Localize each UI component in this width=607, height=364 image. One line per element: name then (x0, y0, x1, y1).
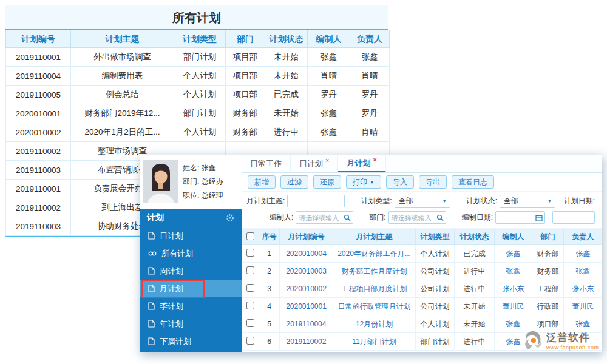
owner-cell[interactable]: 张鑫 (564, 245, 603, 263)
toolbar-button[interactable]: 过滤 (280, 175, 308, 189)
compiler-search-box (296, 211, 353, 224)
column-header: 计划主题 (71, 30, 174, 48)
status-cell: 进行中 (455, 333, 495, 351)
row-checkbox[interactable] (246, 266, 254, 274)
compiler-cell[interactable]: 张鑫 (495, 263, 532, 280)
tab-close-icon[interactable]: × (373, 156, 376, 163)
owner-cell[interactable]: 张鑫 (564, 263, 603, 280)
compiler-cell[interactable]: 张小东 (495, 280, 532, 298)
sidebar-item[interactable]: 所有计划 (140, 244, 242, 262)
subject-cell[interactable]: 工程项目部月度计划 (333, 280, 416, 298)
subject-input[interactable] (287, 195, 345, 207)
file-icon (148, 285, 155, 292)
sidebar-item[interactable]: 下属计划 (140, 332, 242, 350)
subject-cell[interactable]: 日常的行政管理月计划 (333, 298, 416, 315)
file-icon (148, 267, 155, 275)
table-cell: 未开始 (265, 48, 308, 67)
table-row: 42020010001日常的行政管理月计划公司计划未开始董川民行政部董川民 (242, 298, 603, 315)
status-select[interactable]: 全部 ▼ (500, 195, 555, 208)
sidebar-item[interactable]: 周计划 (140, 262, 242, 280)
table-cell: 部门计划 (174, 48, 226, 67)
user-profile: 姓名: 张鑫 部门: 总经办 职位: 总经理 (140, 155, 242, 209)
status-cell: 已完成 (455, 245, 495, 263)
sidebar-item-label: 日计划 (160, 231, 183, 241)
search-icon (344, 214, 351, 221)
table-cell: 张鑫 (350, 48, 390, 67)
table-cell: 2019110003 (6, 217, 71, 236)
row-checkbox[interactable] (246, 302, 254, 309)
subject-cell[interactable]: 2020年财务部工作月... (333, 245, 416, 263)
dept-cell: 工程部 (532, 280, 564, 298)
row-checkbox[interactable] (246, 249, 254, 257)
subject-cell[interactable]: 财务部工作月度计划 (333, 263, 416, 280)
table-cell: 张鑫 (308, 48, 350, 67)
type-select[interactable]: 全部 ▼ (395, 195, 450, 208)
column-header: 计划状态 (265, 30, 308, 48)
select-all-checkbox[interactable] (246, 232, 254, 240)
code-cell[interactable]: 2019110004 (280, 315, 333, 333)
column-header: 编制人 (308, 30, 350, 48)
sidebar-item-label: 所有计划 (161, 248, 193, 259)
toolbar-button[interactable]: 导出 (419, 175, 447, 189)
toolbar-button[interactable]: 导入 (386, 175, 414, 189)
chevron-down-icon: ▼ (544, 198, 555, 204)
table-cell: 2019110004 (6, 67, 71, 86)
status-filter-label: 计划状态: (466, 196, 497, 206)
tab[interactable]: 日常工作 (242, 155, 291, 172)
code-cell[interactable]: 2019110002 (280, 333, 333, 351)
column-header: 序号 (259, 229, 280, 245)
sidebar-item-label: 下属计划 (160, 336, 191, 347)
toolbar-button[interactable]: 查看日志 (452, 175, 494, 189)
no-cell: 5 (259, 315, 280, 333)
toolbar-button[interactable]: 新增 (248, 175, 276, 189)
code-cell[interactable]: 2020010003 (280, 263, 333, 280)
code-cell[interactable]: 2020010004 (280, 245, 333, 263)
no-cell: 1 (259, 245, 280, 263)
type-cell: 个人计划 (416, 315, 455, 333)
sidebar-item[interactable]: 年计划 (140, 315, 242, 332)
type-cell: 公司计划 (416, 298, 455, 315)
row-checkbox[interactable] (246, 337, 254, 345)
gear-icon[interactable] (226, 214, 234, 222)
subject-filter-label: 月计划主题: (246, 196, 285, 206)
watermark: 泛普软件 www.fanpusoft.com (522, 329, 603, 352)
column-header: 编制人 (495, 229, 532, 245)
button-label: 导入 (393, 177, 407, 187)
compiler-cell[interactable]: 董川民 (495, 298, 532, 315)
sidebar-item[interactable]: 日计划 (140, 227, 242, 244)
code-cell[interactable]: 2020010002 (280, 280, 333, 298)
sidebar: 姓名: 张鑫 部门: 总经办 职位: 总经理 计划 日计划所有计划周计划月计划季… (140, 155, 242, 352)
tab[interactable]: 日计划× (291, 155, 338, 172)
type-cell: 个人计划 (416, 245, 455, 263)
table-row: 2019110005例会总结个人计划项目部已完成罗丹罗丹 (6, 86, 390, 104)
subject-cell[interactable]: 11月部门计划 (333, 333, 416, 351)
tab[interactable]: 月计划× (338, 155, 385, 172)
checkbox-cell (242, 280, 259, 298)
sidebar-item[interactable]: 季计划 (140, 297, 242, 315)
dept-search-box (388, 211, 446, 224)
sidebar-item[interactable]: 月计划 (140, 280, 242, 297)
no-cell: 2 (259, 263, 280, 280)
toolbar-button[interactable]: 还原 (313, 175, 341, 189)
table-row: 20200100022020年1月2日的工...个人计划财务部进行中张鑫肖晴 (6, 123, 390, 142)
checkbox-cell (242, 245, 259, 263)
button-label: 还原 (320, 177, 334, 187)
column-header: 月计划主题 (333, 229, 416, 245)
tab-bar: 日常工作日计划×月计划× (242, 155, 602, 173)
toolbar-button[interactable]: 打印▼ (346, 175, 381, 189)
row-checkbox[interactable] (246, 319, 254, 327)
tab-close-icon[interactable]: × (325, 157, 329, 164)
owner-cell[interactable]: 张小东 (564, 280, 603, 298)
compiler-cell[interactable]: 张鑫 (495, 245, 532, 263)
dept-filter-label: 部门: (369, 212, 385, 223)
code-cell[interactable]: 2020010001 (280, 298, 333, 315)
checkbox-cell (242, 333, 259, 351)
date-to-input[interactable] (552, 211, 595, 224)
row-checkbox[interactable] (246, 284, 254, 292)
date-from-box (495, 211, 545, 224)
compiler-filter-label: 编制人: (270, 212, 293, 223)
table-cell: 罗丹 (350, 104, 390, 123)
subject-cell[interactable]: 12月份计划 (333, 315, 416, 333)
dept-cell: 财务部 (532, 263, 564, 280)
owner-cell[interactable]: 董川民 (564, 298, 603, 315)
